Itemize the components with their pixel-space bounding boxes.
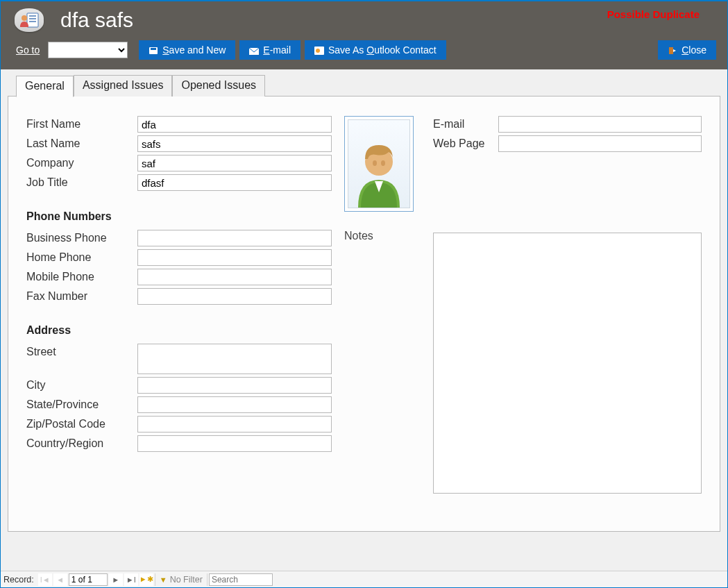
middle-column: Notes [344,116,421,496]
save-and-new-button[interactable]: Save and New [139,40,235,60]
record-number-input[interactable] [69,573,108,586]
zip-input[interactable] [137,416,332,432]
zip-label: Zip/Postal Code [26,418,137,430]
street-label: Street [26,344,137,358]
last-name-input[interactable] [137,135,332,152]
no-filter-label: No Filter [170,575,203,585]
mobile-phone-label: Mobile Phone [26,271,137,283]
phone-numbers-heading: Phone Numbers [26,210,332,223]
filter-indicator[interactable]: ▼ No Filter [155,573,208,586]
svg-point-15 [381,160,385,166]
door-exit-icon [668,46,677,54]
save-outlook-button[interactable]: Save As Outlook Contact [305,40,446,60]
state-input[interactable] [137,396,332,413]
home-phone-label: Home Phone [26,251,137,264]
home-phone-input[interactable] [137,249,332,266]
svg-rect-0 [27,13,38,27]
page-title: dfa safs [60,8,133,32]
business-phone-input[interactable] [137,230,332,246]
last-record-button[interactable]: ►I [124,573,138,586]
street-input[interactable] [137,344,332,374]
close-button[interactable]: Close [658,40,716,60]
contact-photo[interactable] [344,116,414,212]
address-heading: Address [26,324,332,337]
contact-form-window: dfa safs Possible Duplicate Go to Save a… [0,0,728,588]
record-search-input[interactable] [209,573,273,586]
svg-rect-10 [669,47,673,54]
right-column: E-mail Web Page [433,116,702,496]
tab-general[interactable]: General [16,76,74,97]
contact-card-icon [15,8,44,32]
email-input[interactable] [498,116,702,133]
next-record-button[interactable]: ► [109,573,123,586]
first-record-button[interactable]: I◄ [38,573,52,586]
last-name-label: Last Name [26,137,137,150]
general-panel: First Name Last Name Company Job Title [8,96,720,532]
svg-point-4 [22,15,27,21]
svg-point-9 [316,49,320,53]
tab-opened-issues[interactable]: Opened Issues [172,75,265,96]
first-name-label: First Name [26,118,137,131]
mobile-phone-input[interactable] [137,269,332,285]
person-placeholder-icon [348,124,409,208]
country-label: Country/Region [26,437,137,450]
left-column: First Name Last Name Company Job Title [26,116,332,496]
record-label: Record: [3,575,34,585]
webpage-input[interactable] [498,135,702,152]
country-input[interactable] [137,435,332,452]
svg-rect-6 [151,48,156,50]
company-label: Company [26,157,137,169]
record-nav-bar: Record: I◄ ◄ ► ►I ►✱ ▼ No Filter [1,571,727,587]
save-icon [149,46,158,54]
tab-strip: General Assigned Issues Opened Issues [16,75,720,96]
city-label: City [26,379,137,392]
mail-icon [249,46,259,54]
notes-input[interactable] [433,233,702,494]
first-name-input[interactable] [137,116,332,133]
webpage-label: Web Page [433,137,498,150]
business-phone-label: Business Phone [26,232,137,244]
city-input[interactable] [137,377,332,394]
new-record-button[interactable]: ►✱ [139,573,153,586]
state-label: State/Province [26,398,137,411]
fax-input[interactable] [137,288,332,305]
company-input[interactable] [137,155,332,171]
goto-label: Go to [16,44,40,56]
toolbar: Go to Save and New E-mail Save As Outloo… [1,32,727,65]
form-body: General Assigned Issues Opened Issues Fi… [1,69,727,571]
funnel-icon: ▼ [160,576,167,584]
email-button[interactable]: E-mail [239,40,300,60]
prev-record-button[interactable]: ◄ [53,573,67,586]
outlook-icon [314,46,324,54]
email-label: E-mail [433,118,498,131]
svg-point-14 [373,160,377,166]
duplicate-warning: Possible Duplicate [607,8,700,20]
fax-label: Fax Number [26,290,137,303]
notes-label: Notes [344,230,421,242]
job-title-input[interactable] [137,174,332,191]
goto-select[interactable] [48,42,128,58]
header-bar: dfa safs Possible Duplicate Go to Save a… [1,1,727,69]
tab-assigned-issues[interactable]: Assigned Issues [74,75,173,96]
job-title-label: Job Title [26,176,137,189]
svg-marker-11 [673,49,676,52]
